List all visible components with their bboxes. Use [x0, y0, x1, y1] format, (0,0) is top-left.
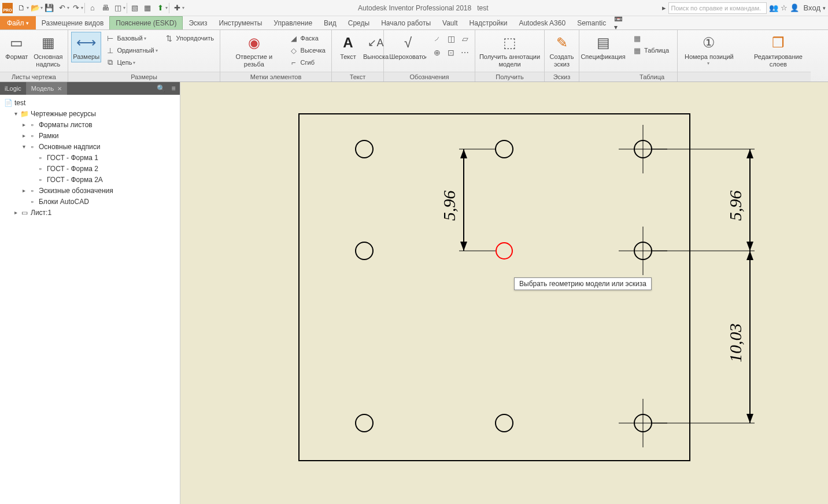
dim-text: 10,03: [726, 324, 745, 363]
dimension-1[interactable]: 5,96: [439, 149, 496, 251]
leader-icon: ↙A: [367, 34, 385, 52]
material-icon[interactable]: ▧: [128, 2, 141, 14]
tree-form1[interactable]: ▫ГОСТ - Форма 1: [1, 152, 179, 163]
tree-sheet-formats[interactable]: ▸▫Форматы листов: [1, 119, 179, 130]
group-sketch: ✎ Создать эскиз Эскиз: [545, 30, 579, 81]
return-icon[interactable]: ⬆: [154, 2, 167, 14]
group-layers: ❒ Редактирование слоев: [747, 30, 811, 81]
binoculars-icon[interactable]: 👥: [769, 3, 778, 12]
open-icon[interactable]: 📂: [29, 2, 42, 14]
organize-button[interactable]: ⇅Упорядочить: [162, 32, 216, 44]
tab-addins[interactable]: Надстройки: [464, 16, 513, 29]
tab-placement[interactable]: Размещение видов: [36, 16, 109, 29]
circle: [496, 140, 513, 158]
tree-form2a[interactable]: ▫ГОСТ - Форма 2А: [1, 174, 179, 185]
symbol-datum-icon[interactable]: ▱: [459, 32, 471, 45]
print-icon[interactable]: 🖶: [99, 2, 112, 14]
home-icon[interactable]: ⌂: [86, 2, 99, 14]
text-button[interactable]: A Текст: [335, 32, 361, 62]
close-icon[interactable]: ✕: [57, 86, 62, 92]
plus-icon[interactable]: ✚: [171, 2, 183, 14]
symbol-id-icon[interactable]: ⊡: [445, 46, 457, 59]
baseline-button[interactable]: ⊢Базовый ▾: [103, 32, 160, 44]
tab-manage[interactable]: Управление: [268, 16, 318, 29]
grid-icon: ▦: [633, 34, 642, 43]
retrieve-icon: ⬚: [501, 34, 519, 52]
chevron-down-icon[interactable]: ▾: [823, 5, 826, 11]
redo-icon[interactable]: ↷: [69, 2, 82, 14]
circle: [356, 414, 373, 432]
chain-button[interactable]: ⧉Цепь ▾: [103, 57, 160, 68]
tree-title-blocks[interactable]: ▾▫Основные надписи: [1, 141, 179, 152]
titleblock-icon: ▦: [39, 34, 57, 52]
group-retrieve: ⬚ Получить аннотации модели Получить: [475, 30, 545, 81]
tab-view[interactable]: Вид: [318, 16, 342, 29]
table-btn2[interactable]: ▦Таблица: [630, 45, 671, 56]
group-dimensions: ⟷ Размеры ⊢Базовый ▾ ⊥Ординатный ▾ ⧉Цепь…: [68, 30, 220, 81]
tab-annotation-eskd[interactable]: Пояснение (ESKD): [109, 16, 183, 29]
create-sketch-button[interactable]: ✎ Создать эскиз: [548, 32, 575, 69]
tab-tools[interactable]: Инструменты: [213, 16, 268, 29]
select-icon[interactable]: ◫: [112, 2, 124, 14]
help-icon[interactable]: 📼▾: [612, 16, 624, 29]
tab-environments[interactable]: Среды: [342, 16, 375, 29]
roughness-button[interactable]: √ Шероховато▾: [387, 32, 428, 62]
tree-form2[interactable]: ▫ГОСТ - Форма 2: [1, 163, 179, 174]
new-icon[interactable]: 🗋: [15, 2, 28, 14]
ribbon-tabs: Файл ▾ Размещение видов Пояснение (ESKD)…: [0, 16, 828, 30]
retrieve-annotations-button[interactable]: ⬚ Получить аннотации модели: [479, 32, 541, 69]
bend-icon: ⌐: [289, 58, 298, 67]
titleblock-button[interactable]: ▦ Основная надпись: [32, 32, 64, 69]
tree-borders[interactable]: ▸▫Рамки: [1, 130, 179, 141]
browser-tab-model[interactable]: Модель✕: [27, 82, 67, 95]
arrow-icon[interactable]: ▸: [662, 3, 666, 12]
group-text: A Текст ↙A Выноска Текст: [332, 30, 384, 81]
user-icon[interactable]: 👤: [790, 3, 799, 12]
ordinate-button[interactable]: ⊥Ординатный ▾: [103, 45, 160, 56]
baseline-icon: ⊢: [105, 34, 114, 43]
symbol-more-icon[interactable]: ⋯: [459, 46, 471, 59]
tab-a360[interactable]: Autodesk A360: [513, 16, 571, 29]
symbol-target-icon[interactable]: ⊕: [431, 46, 443, 59]
browser-tab-ilogic[interactable]: iLogic: [0, 82, 27, 95]
save-icon[interactable]: 💾: [43, 2, 56, 14]
quick-access-toolbar: 🗋▾ 📂▾ 💾 ↶▾ ↷▾ ⌂ 🖶 ◫▾ ▧ ▦ ⬆▾ ✚▾: [15, 2, 184, 14]
tree-sketch-symbols[interactable]: ▸▫Эскизные обозначения: [1, 185, 179, 196]
hole-thread-button[interactable]: ◉ Отверстие и резьба: [224, 32, 284, 69]
dimension-2[interactable]: 5,96: [652, 149, 755, 251]
tab-vault[interactable]: Vault: [437, 16, 463, 29]
edit-layers-button[interactable]: ❒ Редактирование слоев: [751, 32, 806, 69]
file-button[interactable]: Файл ▾: [0, 16, 36, 29]
bend-button[interactable]: ⌐Сгиб: [287, 57, 328, 68]
specification-button[interactable]: ▤ Спецификация: [583, 32, 623, 62]
dimensions-button[interactable]: ⟷ Размеры: [72, 32, 101, 62]
model-tree[interactable]: 📄test ▾📁Чертежные ресурсы ▸▫Форматы лист…: [0, 95, 180, 504]
browser-search-icon[interactable]: 🔍: [154, 84, 167, 92]
circle: [356, 140, 373, 158]
symbol-feature-icon[interactable]: ◫: [445, 32, 457, 45]
browser-tabs: iLogic Модель✕ 🔍 ≡: [0, 82, 180, 95]
balloon-button[interactable]: ① Номера позиций▾: [681, 32, 737, 67]
tree-root[interactable]: 📄test: [1, 97, 179, 108]
dimension-3[interactable]: 10,03: [652, 251, 755, 423]
circle-selected[interactable]: [496, 243, 512, 259]
tree-resources[interactable]: ▾📁Чертежные ресурсы: [1, 108, 179, 119]
search-input[interactable]: Поиск по справке и командам.: [668, 2, 767, 14]
tree-autocad-blocks[interactable]: ▫Блоки AutoCAD: [1, 196, 179, 207]
tab-getstarted[interactable]: Начало работы: [375, 16, 437, 29]
tab-sketch[interactable]: Эскиз: [183, 16, 213, 29]
login-link[interactable]: Вход: [804, 3, 820, 12]
browser-menu-icon[interactable]: ≡: [167, 84, 180, 92]
undo-icon[interactable]: ↶: [56, 2, 68, 14]
chamfer-button[interactable]: ◢Фаска: [287, 32, 328, 44]
appearance-icon[interactable]: ▦: [141, 2, 154, 14]
tab-semantic[interactable]: Semantic: [571, 16, 612, 29]
punch-button[interactable]: ◇Высечка: [287, 45, 328, 56]
symbol-welding-icon[interactable]: ⟋: [431, 32, 443, 45]
table-btn1[interactable]: ▦: [630, 32, 671, 44]
format-button[interactable]: ▭ Формат: [3, 32, 30, 62]
drawing-canvas[interactable]: 5,96 5,96 10,03 Выбрать геометрию модели…: [180, 82, 828, 504]
chamfer-icon: ◢: [289, 34, 298, 43]
star-icon[interactable]: ☆: [781, 3, 788, 12]
tree-sheet1[interactable]: ▸▭Лист:1: [1, 207, 179, 218]
